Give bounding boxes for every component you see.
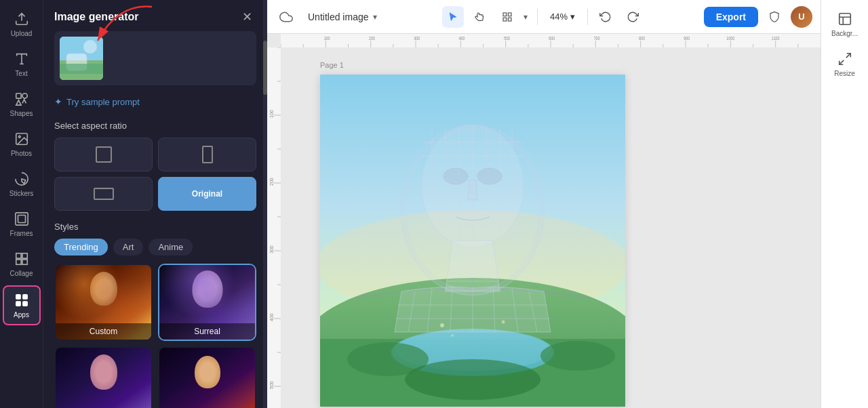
style-grid: Custom Surreal Free (54, 264, 256, 408)
user-avatar[interactable]: U (791, 6, 812, 28)
svg-rect-13 (22, 260, 26, 264)
svg-rect-109 (267, 47, 281, 408)
image-generator-panel: Image generator ✕ (43, 0, 267, 408)
sidebar-item-upload[interactable]: Upload (3, 5, 41, 43)
aspect-landscape-button[interactable] (54, 177, 153, 211)
close-panel-button[interactable]: ✕ (238, 9, 256, 24)
svg-point-22 (83, 40, 97, 54)
sidebar-item-stickers[interactable]: Stickers (3, 165, 41, 203)
svg-rect-14 (16, 295, 20, 299)
left-sidebar: Upload Text Shapes (0, 0, 43, 408)
resize-panel-label: Resize (834, 70, 855, 77)
svg-rect-9 (18, 216, 25, 223)
panel-title: Image generator (54, 11, 138, 23)
upload-icon (14, 11, 30, 27)
svg-rect-16 (16, 302, 20, 306)
svg-line-129 (846, 54, 850, 58)
sidebar-label-collage: Collage (10, 270, 33, 277)
sidebar-item-shapes[interactable]: Shapes (3, 85, 41, 123)
sidebar-item-collage[interactable]: Collage (3, 245, 41, 283)
styles-section: Styles Trending Art Anime Custom Surreal (54, 222, 256, 408)
document-title-area[interactable]: Untitled image ▾ (302, 9, 382, 25)
sidebar-item-text[interactable]: Text (3, 45, 41, 83)
svg-text:300: 300 (269, 245, 274, 253)
style-card-anime1-image (56, 348, 151, 408)
svg-point-70 (440, 323, 444, 327)
sample-prompt-label: Try sample prompt (66, 97, 140, 107)
style-card-custom[interactable]: Custom (54, 264, 153, 341)
ruler-v-bar: 100 200 300 400 500 600 (267, 47, 281, 408)
zoom-control[interactable]: 44% ▾ (545, 9, 580, 24)
style-tab-trending[interactable]: Trending (54, 239, 108, 256)
svg-rect-26 (503, 18, 507, 21)
right-panel: Backgr... Resize (821, 0, 868, 408)
aspect-landscape-icon (94, 188, 114, 200)
styles-title: Styles (54, 222, 256, 232)
aspect-portrait-button[interactable] (158, 138, 256, 171)
collage-icon (14, 251, 30, 267)
svg-point-64 (477, 168, 502, 184)
aspect-square-button[interactable] (54, 138, 153, 171)
svg-text:300: 300 (414, 35, 420, 41)
aspect-original-label: Original (192, 189, 222, 199)
chevron-down-icon: ▾ (373, 12, 377, 22)
canvas-image (320, 75, 625, 407)
style-card-anime2[interactable]: Free (158, 346, 256, 408)
view-options-button[interactable] (496, 6, 518, 28)
svg-text:400: 400 (269, 313, 274, 321)
aspect-ratio-grid: Original (54, 138, 256, 211)
frames-icon (14, 211, 30, 227)
shield-button[interactable] (764, 6, 785, 28)
ruler-h-bar: 100 200 300 400 500 600 700 800 900 1000… (281, 34, 821, 47)
cloud-save-button[interactable] (275, 6, 297, 28)
svg-rect-12 (16, 260, 20, 264)
svg-text:1100: 1100 (772, 35, 780, 41)
sidebar-label-photos: Photos (11, 150, 32, 157)
page-label: Page 1 (320, 61, 344, 69)
sidebar-label-upload: Upload (11, 30, 33, 37)
svg-text:400: 400 (459, 35, 465, 41)
svg-text:200: 200 (269, 178, 274, 186)
aspect-original-button[interactable]: Original (158, 177, 256, 211)
toolbar-divider-1 (537, 9, 538, 25)
style-card-surreal[interactable]: Surreal (158, 264, 256, 341)
svg-rect-8 (15, 213, 27, 225)
apps-icon (14, 292, 30, 308)
style-card-anime1[interactable] (54, 346, 153, 408)
shapes-icon (14, 91, 30, 107)
preview-area[interactable] (54, 31, 256, 85)
export-button[interactable]: Export (704, 7, 758, 27)
undo-button[interactable] (595, 6, 616, 28)
select-tool-button[interactable] (442, 6, 464, 28)
sidebar-label-apps: Apps (14, 311, 29, 319)
try-sample-prompt-button[interactable]: ✦ Try sample prompt (54, 94, 140, 110)
sidebar-item-frames[interactable]: Frames (3, 205, 41, 243)
svg-point-72 (451, 334, 454, 337)
svg-rect-3 (16, 94, 20, 98)
photos-icon (14, 131, 30, 147)
style-tab-anime[interactable]: Anime (149, 239, 193, 256)
sidebar-item-photos[interactable]: Photos (3, 125, 41, 163)
svg-rect-27 (508, 18, 511, 21)
page-canvas[interactable] (320, 75, 625, 407)
stickers-icon (14, 171, 30, 187)
background-panel-item[interactable]: Backgr... (825, 5, 865, 43)
svg-text:800: 800 (639, 35, 645, 41)
zoom-value: 44% (550, 12, 568, 22)
svg-text:500: 500 (504, 35, 510, 41)
document-title: Untitled image (308, 12, 369, 22)
svg-rect-17 (22, 302, 26, 306)
sidebar-item-apps[interactable]: Apps (3, 285, 41, 325)
view-chevron-icon: ▾ (524, 12, 528, 22)
svg-rect-25 (508, 13, 511, 16)
svg-text:1000: 1000 (726, 35, 734, 41)
background-icon (837, 11, 853, 27)
svg-rect-24 (503, 13, 507, 16)
sculpture-svg (320, 75, 625, 407)
style-tab-art[interactable]: Art (113, 239, 144, 256)
resize-panel-item[interactable]: Resize (825, 45, 865, 83)
svg-point-71 (502, 321, 505, 324)
redo-button[interactable] (622, 6, 644, 28)
hand-tool-button[interactable] (469, 6, 491, 28)
svg-point-7 (18, 136, 20, 138)
